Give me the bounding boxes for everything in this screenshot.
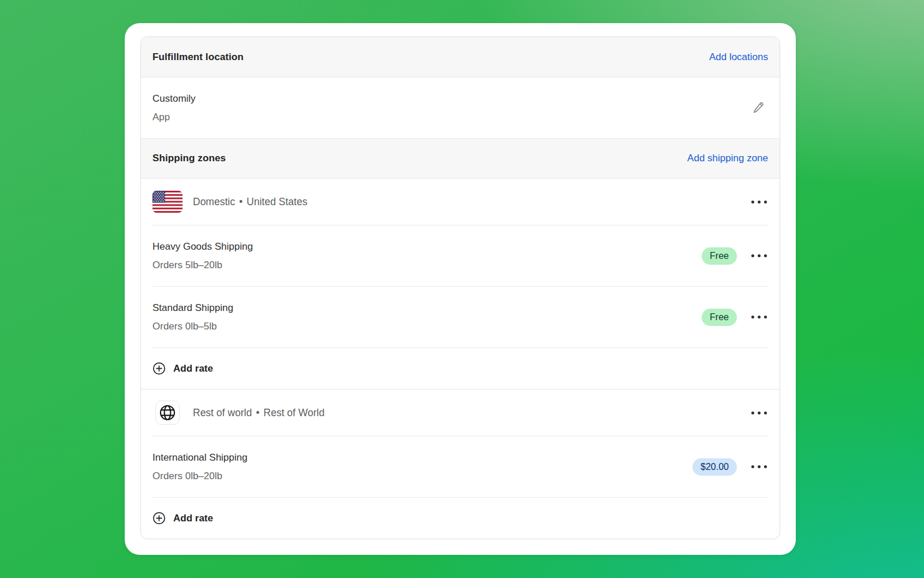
add-rate-row-domestic: Add rate	[141, 348, 780, 389]
background: Fulfillment location Add locations Custo…	[0, 0, 924, 578]
rate-row-standard: Standard Shipping Orders 0lb–5lb Free	[141, 287, 780, 347]
rate-info: Heavy Goods Shipping Orders 5lb–20lb	[152, 238, 253, 275]
zone-region: Rest of World	[263, 407, 325, 418]
add-shipping-zone-link[interactable]: Add shipping zone	[687, 153, 768, 164]
zone-name: Domestic	[193, 196, 235, 208]
rate-name: International Shipping	[152, 449, 247, 467]
us-flag-icon	[152, 191, 182, 213]
plus-circle-icon	[152, 512, 166, 525]
shipping-zones-title: Shipping zones	[152, 153, 226, 164]
rate-standard-menu-button[interactable]	[750, 312, 768, 322]
globe-icon	[155, 401, 180, 425]
zone-separator: •	[252, 407, 263, 418]
rate-name: Heavy Goods Shipping	[152, 238, 253, 256]
ellipsis-icon	[751, 465, 767, 468]
add-rate-button-rest-of-world[interactable]: Add rate	[152, 512, 213, 525]
zone-domestic-menu-button[interactable]	[750, 197, 768, 207]
location-info: Customily App	[152, 90, 196, 127]
location-type: App	[152, 108, 196, 127]
ellipsis-icon	[751, 316, 767, 318]
pencil-icon	[751, 99, 766, 116]
rate-price-badge: Free	[702, 247, 737, 265]
settings-card: Fulfillment location Add locations Custo…	[125, 23, 796, 555]
zone-row-rest-of-world: Rest of world•Rest of World	[141, 390, 780, 436]
rate-price-badge: Free	[702, 309, 737, 326]
rate-international-menu-button[interactable]	[750, 462, 768, 472]
rate-condition: Orders 0lb–5lb	[152, 317, 233, 336]
add-rate-label: Add rate	[173, 363, 213, 375]
ellipsis-icon	[751, 201, 767, 203]
add-rate-button-domestic[interactable]: Add rate	[152, 362, 213, 375]
add-locations-link[interactable]: Add locations	[709, 51, 768, 63]
zone-row-domestic: Domestic•United States	[141, 179, 780, 225]
plus-circle-icon	[152, 362, 166, 375]
rate-row-international: International Shipping Orders 0lb–20lb $…	[141, 436, 780, 497]
rate-info: Standard Shipping Orders 0lb–5lb	[152, 299, 233, 336]
edit-location-button[interactable]	[748, 97, 768, 118]
zone-label-rest-of-world: Rest of world•Rest of World	[193, 407, 750, 419]
rate-info: International Shipping Orders 0lb–20lb	[152, 449, 247, 486]
rate-condition: Orders 5lb–20lb	[152, 256, 253, 275]
zone-name: Rest of world	[193, 407, 252, 418]
rate-name: Standard Shipping	[152, 299, 233, 317]
zone-separator: •	[235, 196, 247, 208]
zone-rest-of-world-menu-button[interactable]	[750, 408, 768, 418]
rate-heavy-goods-menu-button[interactable]	[750, 251, 768, 261]
rate-price-badge: $20.00	[692, 458, 737, 476]
fulfillment-location-title: Fulfillment location	[152, 51, 244, 63]
add-rate-row-rest-of-world: Add rate	[141, 498, 780, 539]
ellipsis-icon	[751, 254, 767, 257]
shipping-zones-header: Shipping zones Add shipping zone	[141, 138, 780, 179]
location-name: Customily	[152, 90, 196, 108]
globe-icon-box	[152, 401, 182, 425]
ellipsis-icon	[751, 412, 767, 414]
zone-label-domestic: Domestic•United States	[193, 196, 750, 208]
fulfillment-location-header: Fulfillment location Add locations	[141, 37, 780, 77]
rate-condition: Orders 0lb–20lb	[152, 467, 247, 486]
shipping-settings-panel: Fulfillment location Add locations Custo…	[140, 36, 780, 539]
zone-region: United States	[247, 196, 307, 208]
location-row: Customily App	[141, 77, 780, 138]
rate-row-heavy-goods: Heavy Goods Shipping Orders 5lb–20lb Fre…	[141, 225, 780, 286]
add-rate-label: Add rate	[173, 513, 213, 524]
